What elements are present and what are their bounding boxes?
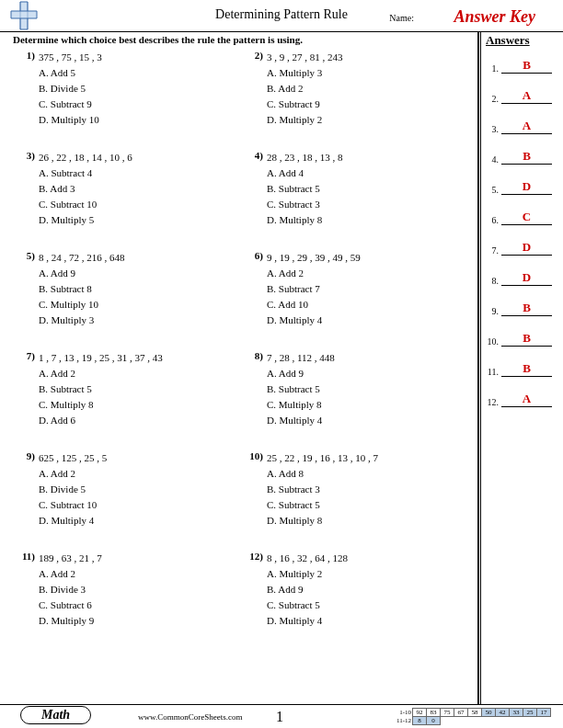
problem-number: 1) [13,50,39,128]
sequence: 26 , 22 , 18 , 14 , 10 , 6 [39,150,241,165]
problem-number: 6) [241,250,267,328]
score-grid: 1-109283756758504233251711-1280 [391,708,551,725]
option: B. Divide 3 [39,582,241,597]
option: C. Subtract 9 [267,97,469,112]
problem: 5)8 , 24 , 72 , 216 , 648A. Add 9B. Subt… [13,250,241,328]
answer-value: D [501,241,552,256]
website-text: www.CommonCoreSheets.com [138,712,242,722]
problem-body: 189 , 63 , 21 , 7A. Add 2B. Divide 3C. S… [39,551,241,629]
option: C. Multiply 8 [39,397,241,413]
problem-body: 8 , 16 , 32 , 64 , 128A. Multiply 2B. Ad… [267,551,469,629]
problem-body: 26 , 22 , 18 , 14 , 10 , 6A. Subtract 4B… [39,150,241,228]
answer-line: 7.D [486,241,552,256]
answer-value: D [501,271,552,286]
problem-body: 8 , 24 , 72 , 216 , 648A. Add 9B. Subtra… [39,250,241,328]
option: A. Multiply 2 [267,566,469,582]
problem-number: 3) [13,150,39,228]
problem-body: 9 , 19 , 29 , 39 , 49 , 59A. Add 2B. Sub… [267,250,469,328]
vertical-divider [477,31,479,705]
answer-line: 5.D [486,180,552,195]
answer-value: B [501,301,552,316]
option: B. Divide 5 [39,482,241,497]
answer-number: 7. [486,245,499,256]
option: C. Subtract 3 [267,197,469,212]
answer-number: 9. [486,306,499,316]
sequence: 1 , 7 , 13 , 19 , 25 , 31 , 37 , 43 [39,350,241,366]
answer-number: 3. [486,124,499,134]
problem-body: 1 , 7 , 13 , 19 , 25 , 31 , 37 , 43A. Ad… [39,350,241,428]
option: A. Add 8 [267,466,469,482]
problem: 11)189 , 63 , 21 , 7A. Add 2B. Divide 3C… [13,551,241,629]
answer-number: 12. [486,397,499,407]
option: D. Add 6 [39,413,241,428]
option: B. Subtract 8 [39,281,241,297]
problem: 7)1 , 7 , 13 , 19 , 25 , 31 , 37 , 43A. … [13,350,241,428]
option: B. Add 2 [267,81,469,97]
option: B. Subtract 5 [267,381,469,397]
answer-line: 2.A [486,89,552,104]
sequence: 9 , 19 , 29 , 39 , 49 , 59 [267,250,469,266]
option: A. Add 5 [39,65,241,81]
option: A. Add 4 [267,165,469,181]
answer-line: 11.B [486,362,552,377]
answers-heading: Answers [486,33,552,48]
option: A. Add 2 [267,266,469,281]
option: A. Add 2 [39,466,241,482]
answer-value: B [501,362,552,377]
problem: 10)25 , 22 , 19 , 16 , 13 , 10 , 7A. Add… [241,450,469,529]
option: D. Multiply 3 [39,313,241,328]
problem: 12)8 , 16 , 32 , 64 , 128A. Multiply 2B.… [241,551,469,629]
problem-number: 8) [241,350,267,428]
instructions: Determine which choice best describes th… [13,34,303,45]
problem-body: 7 , 28 , 112 , 448A. Add 9B. Subtract 5C… [267,350,469,428]
answer-line: 3.A [486,119,552,134]
footer: Math www.CommonCoreSheets.com 1 1-109283… [0,704,563,728]
page-number: 1 [276,709,283,725]
option: B. Subtract 7 [267,281,469,297]
option: D. Multiply 5 [39,212,241,228]
problem: 3)26 , 22 , 18 , 14 , 10 , 6A. Subtract … [13,150,241,228]
option: D. Multiply 2 [267,112,469,128]
problem: 9)625 , 125 , 25 , 5A. Add 2B. Divide 5C… [13,450,241,529]
option: A. Subtract 4 [39,165,241,181]
problem-body: 375 , 75 , 15 , 3A. Add 5B. Divide 5C. S… [39,50,241,128]
option: C. Subtract 10 [39,197,241,212]
answer-line: 6.C [486,210,552,225]
answer-line: 8.D [486,271,552,286]
option: D. Multiply 4 [267,313,469,328]
problem-number: 5) [13,250,39,328]
answer-number: 1. [486,63,499,74]
answer-value: C [501,210,552,225]
option: B. Subtract 3 [267,482,469,497]
problem-body: 25 , 22 , 19 , 16 , 13 , 10 , 7A. Add 8B… [267,450,469,529]
answer-line: 9.B [486,301,552,316]
answer-number: 8. [486,276,499,286]
option: B. Add 3 [39,181,241,197]
problem-number: 12) [241,551,267,629]
problem: 1)375 , 75 , 15 , 3A. Add 5B. Divide 5C.… [13,50,241,128]
sequence: 189 , 63 , 21 , 7 [39,551,241,566]
option: D. Multiply 8 [267,513,469,529]
sequence: 3 , 9 , 27 , 81 , 243 [267,50,469,65]
option: C. Subtract 5 [267,497,469,513]
answers-column: Answers 1.B2.A3.A4.B5.D6.C7.D8.D9.B10.B1… [486,33,552,423]
answer-number: 11. [486,367,499,377]
option: C. Multiply 8 [267,397,469,413]
problems-area: 1)375 , 75 , 15 , 3A. Add 5B. Divide 5C.… [13,50,475,651]
problem: 6)9 , 19 , 29 , 39 , 49 , 59A. Add 2B. S… [241,250,469,328]
sequence: 28 , 23 , 18 , 13 , 8 [267,150,469,165]
subject-pill: Math [20,706,91,724]
problem-number: 2) [241,50,267,128]
sequence: 8 , 16 , 32 , 64 , 128 [267,551,469,566]
problem-body: 625 , 125 , 25 , 5A. Add 2B. Divide 5C. … [39,450,241,529]
option: C. Subtract 5 [267,597,469,613]
problem-number: 7) [13,350,39,428]
option: A. Multiply 3 [267,65,469,81]
option: C. Subtract 10 [39,497,241,513]
option: D. Multiply 10 [39,112,241,128]
answer-line: 4.B [486,150,552,165]
answer-value: D [501,180,552,195]
option: C. Subtract 9 [39,97,241,112]
answer-number: 5. [486,185,499,195]
sequence: 7 , 28 , 112 , 448 [267,350,469,366]
